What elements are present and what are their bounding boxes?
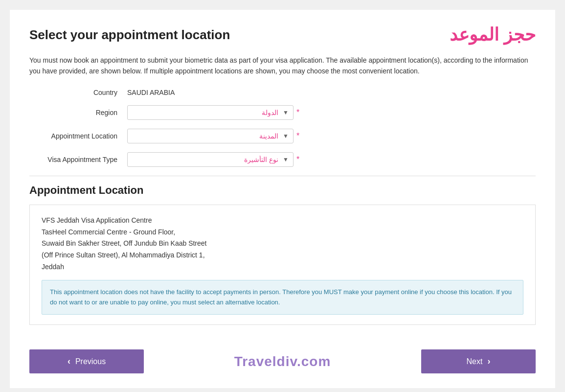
visa-type-required: * — [296, 155, 299, 164]
header-row: Select your appointment location حجز الم… — [29, 24, 536, 45]
location-address-line4: Jeddah — [42, 261, 523, 273]
previous-button[interactable]: ‹ Previous — [29, 349, 144, 373]
country-label: Country — [29, 89, 127, 96]
appointment-location-label: Appointment Location — [29, 132, 127, 140]
arabic-logo: حجز الموعد — [450, 24, 536, 45]
country-value: SAUDI ARABIA — [127, 89, 175, 96]
location-name-line: VFS Jeddah Visa Application Centre — [42, 215, 523, 227]
next-chevron-icon: › — [487, 356, 490, 367]
watermark: Traveldiv.com — [234, 354, 331, 369]
page-title: Select your appointment location — [29, 27, 230, 43]
location-box: VFS Jeddah Visa Application Centre TasHe… — [29, 205, 536, 325]
page-container: Select your appointment location حجز الم… — [10, 10, 555, 388]
appointment-location-select[interactable]: المدينة — [127, 129, 294, 143]
appointment-location-required: * — [296, 132, 299, 140]
region-select-wrapper: الدولة ▼ — [127, 105, 294, 120]
description-text: You must now book an appointment to subm… — [29, 55, 536, 77]
location-address: VFS Jeddah Visa Application Centre TasHe… — [42, 215, 523, 273]
region-select[interactable]: الدولة — [127, 105, 294, 120]
location-address-line1: TasHeel Commercial Centre - Ground Floor… — [42, 227, 523, 238]
section-divider — [29, 176, 536, 176]
appointment-location-select-wrapper: المدينة ▼ — [127, 129, 294, 143]
region-label: Region — [29, 109, 127, 116]
location-section-title: Appointment Location — [29, 184, 536, 197]
location-address-line3: (Off Prince Sultan Street), Al Mohammadi… — [42, 250, 523, 261]
appointment-location-row: Appointment Location المدينة ▼ * — [29, 129, 536, 143]
visa-type-select[interactable]: نوع التأشيرة — [127, 152, 294, 167]
prev-chevron-icon: ‹ — [68, 356, 70, 367]
region-required: * — [296, 108, 299, 117]
visa-type-label: Visa Appointment Type — [29, 156, 127, 163]
footer-row: ‹ Previous Traveldiv.com Next › — [29, 345, 536, 378]
location-address-line2: Suwaid Bin Sakher Street, Off Jundub Bin… — [42, 238, 523, 250]
previous-label: Previous — [75, 357, 106, 366]
next-button[interactable]: Next › — [421, 349, 536, 373]
country-row: Country SAUDI ARABIA — [29, 89, 536, 96]
visa-type-row: Visa Appointment Type نوع التأشيرة ▼ * — [29, 152, 536, 167]
payment-notice: This appointment location does not have … — [42, 280, 523, 315]
region-row: Region الدولة ▼ * — [29, 105, 536, 120]
next-label: Next — [467, 357, 483, 366]
visa-type-select-wrapper: نوع التأشيرة ▼ — [127, 152, 294, 167]
